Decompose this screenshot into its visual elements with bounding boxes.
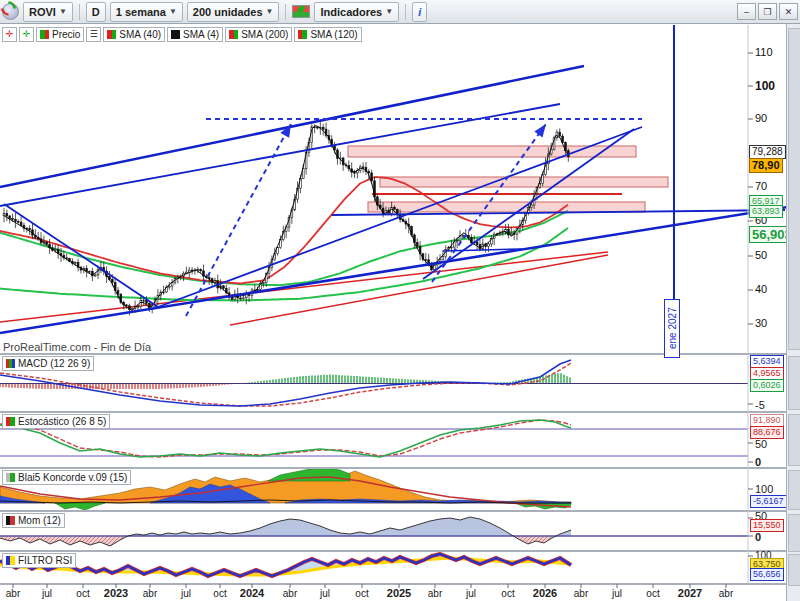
scrollbar-thumb[interactable] bbox=[788, 470, 800, 510]
candles-icon bbox=[40, 30, 49, 39]
legend-chip-sma200[interactable]: SMA (200) bbox=[225, 27, 292, 42]
info-button[interactable]: i bbox=[412, 2, 427, 22]
time-tick-label: oct bbox=[355, 588, 368, 599]
price-tick-label: 50 bbox=[755, 249, 767, 261]
price-tick-label: 90 bbox=[755, 112, 767, 124]
time-tick-label: jul bbox=[466, 588, 476, 599]
price-tick-label: 30 bbox=[755, 317, 767, 329]
price-tick-label: 100 bbox=[755, 79, 775, 93]
indicator-value-label: 0,6026 bbox=[750, 379, 784, 392]
scrollbar-thumb[interactable] bbox=[788, 554, 800, 586]
panel-title-macd[interactable]: MACD (12 26 9) bbox=[2, 356, 94, 371]
time-tick-label: 2027 bbox=[678, 587, 702, 599]
panel-title-koncorde[interactable]: Blai5 Koncorde v.09 (15) bbox=[2, 470, 131, 485]
panel-title-stochastic[interactable]: Estocástico (26 8 5) bbox=[2, 414, 110, 429]
chevron-down-icon: ▼ bbox=[266, 7, 274, 16]
main-chart-canvas[interactable] bbox=[0, 0, 800, 601]
time-tick-label: 2024 bbox=[240, 587, 264, 599]
time-tick-label: abr bbox=[428, 588, 442, 599]
timeframe-selector[interactable]: 1 semana ▼ bbox=[110, 2, 183, 22]
time-tick-label: jul bbox=[320, 588, 330, 599]
price-tick-label: 40 bbox=[755, 283, 767, 295]
price-value-box: 63,893 bbox=[749, 205, 783, 218]
maximize-button[interactable]: ❐ bbox=[758, 3, 777, 20]
chevron-down-icon: ▼ bbox=[385, 7, 393, 16]
indicator-value-label: -5 bbox=[755, 399, 765, 411]
indicators-button[interactable]: Indicadores ▼ bbox=[314, 2, 399, 22]
koncorde-icon bbox=[6, 473, 15, 482]
macd-icon bbox=[6, 359, 15, 368]
price-legend-label: Precio bbox=[52, 29, 80, 40]
time-tick-label: abr bbox=[719, 588, 733, 599]
price-legend-chip[interactable]: Precio bbox=[36, 27, 84, 42]
units-label: 200 unidades bbox=[193, 6, 263, 18]
legend-chip-sma120[interactable]: SMA (120) bbox=[294, 27, 361, 42]
scrollbar-thumb[interactable] bbox=[788, 28, 800, 350]
sma4-icon bbox=[171, 30, 180, 39]
refresh-icon[interactable] bbox=[0, 0, 17, 17]
divider bbox=[405, 4, 406, 20]
indicator-value-label: 100 bbox=[755, 483, 773, 495]
time-tick-label: 2023 bbox=[104, 587, 128, 599]
chevron-down-icon: ▼ bbox=[169, 7, 177, 16]
indicator-value-label: 50 bbox=[755, 438, 767, 450]
indicator-value-label: -5,6167 bbox=[750, 495, 787, 508]
indicator-value-label: 56,656 bbox=[750, 568, 784, 581]
indicators-chart-icon bbox=[292, 5, 310, 18]
scrollbar-thumb[interactable] bbox=[788, 414, 800, 466]
sma40-icon bbox=[107, 30, 116, 39]
momentum-icon bbox=[6, 516, 15, 525]
time-tick-label: oct bbox=[213, 588, 226, 599]
indicator-value-label: 0 bbox=[755, 531, 761, 543]
red-marker-tool-button[interactable]: ✛ bbox=[2, 27, 17, 42]
sma120-icon bbox=[298, 30, 307, 39]
indicators-label: Indicadores bbox=[320, 6, 382, 18]
event-marker-label: ene 2027 bbox=[664, 299, 680, 358]
time-tick-label: jul bbox=[42, 588, 52, 599]
legend-chip-sma40[interactable]: SMA (40) bbox=[103, 27, 165, 42]
close-button[interactable]: ✕ bbox=[779, 3, 798, 20]
price-value-box: 78,90 bbox=[749, 158, 783, 173]
list-settings-button[interactable]: ☰ bbox=[86, 27, 101, 42]
timeframe-label: 1 semana bbox=[116, 6, 166, 18]
time-tick-label: abr bbox=[574, 588, 588, 599]
price-value-box: 79,288 bbox=[749, 145, 786, 159]
list-icon: ☰ bbox=[90, 30, 98, 39]
legend-chip-sma4[interactable]: SMA (4) bbox=[167, 27, 223, 42]
time-tick-label: 2026 bbox=[533, 587, 557, 599]
symbol-selector[interactable]: ROVI ▼ bbox=[23, 2, 73, 22]
time-tick-label: oct bbox=[646, 588, 659, 599]
vertical-scrollbar[interactable] bbox=[786, 24, 800, 601]
scrollbar-thumb[interactable] bbox=[788, 356, 800, 410]
daily-period-button[interactable]: D bbox=[86, 2, 106, 22]
price-tick-label: 110 bbox=[755, 46, 773, 58]
time-tick-label: 2025 bbox=[387, 587, 411, 599]
minimize-button[interactable]: – bbox=[737, 3, 756, 20]
price-tick-label: 70 bbox=[755, 180, 767, 192]
time-tick-label: jul bbox=[612, 588, 622, 599]
time-tick-label: oct bbox=[76, 588, 89, 599]
symbol-label: ROVI bbox=[29, 6, 56, 18]
provider-branding: ProRealTime.com - Fin de Día bbox=[3, 341, 151, 353]
time-tick-label: abr bbox=[143, 588, 157, 599]
panel-title-filtro-rsi[interactable]: FILTRO RSI bbox=[2, 553, 76, 568]
sma200-icon bbox=[229, 30, 238, 39]
stochastic-icon bbox=[6, 417, 15, 426]
scrollbar-thumb[interactable] bbox=[788, 514, 800, 552]
panel-title-momentum[interactable]: Mom (12) bbox=[2, 513, 65, 528]
chevron-down-icon: ▼ bbox=[59, 7, 67, 16]
time-tick-label: oct bbox=[501, 588, 514, 599]
filtro-rsi-icon bbox=[6, 556, 15, 565]
time-tick-label: jul bbox=[181, 588, 191, 599]
divider bbox=[79, 4, 80, 20]
indicator-value-label: 0 bbox=[755, 456, 761, 468]
divider bbox=[285, 4, 286, 20]
time-tick-label: abr bbox=[283, 588, 297, 599]
units-selector[interactable]: 200 unidades ▼ bbox=[187, 2, 280, 22]
time-tick-label: abr bbox=[6, 588, 20, 599]
green-marker-tool-button[interactable]: ✛ bbox=[19, 27, 34, 42]
title-bar: ROVI ▼ D 1 semana ▼ 200 unidades ▼ Indic… bbox=[0, 0, 800, 24]
price-legend-row: ✛ ✛ Precio ☰ SMA (40) SMA (4) SMA (200) … bbox=[2, 27, 362, 42]
